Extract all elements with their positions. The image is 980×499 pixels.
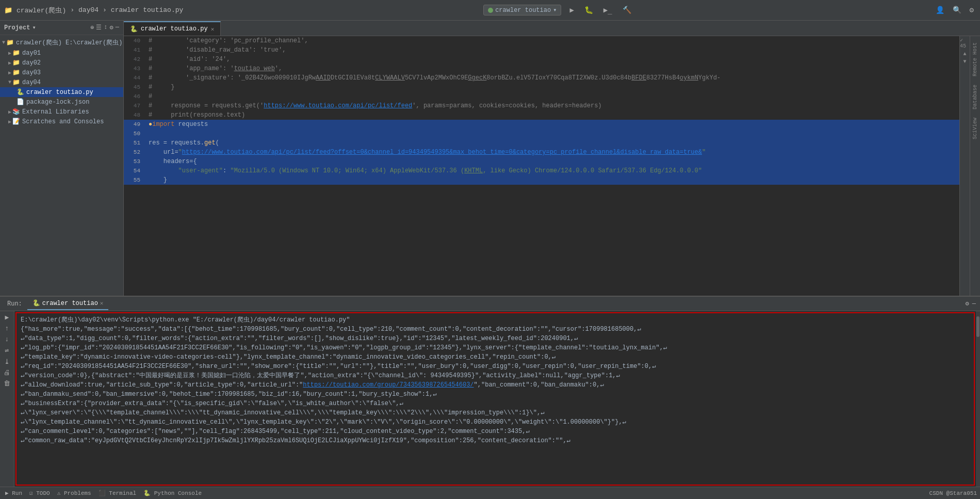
debug-button[interactable]: 🐛 xyxy=(582,5,595,15)
run-tab-crawler[interactable]: 🐍 crawler toutiao ✕ xyxy=(27,297,109,310)
tree-day04-label: day04 xyxy=(22,79,41,86)
tree-arrow-day03: ▶ xyxy=(8,70,11,76)
run-button[interactable]: ▶ xyxy=(567,5,576,15)
scroll-down-button[interactable]: ↓ xyxy=(5,335,9,343)
code-line-47: 47 # response = requests.get('https://ww… xyxy=(124,101,959,110)
editor-area: 🐍 crawler toutiao.py ✕ 40 # 'category': … xyxy=(124,21,980,296)
clear-output[interactable]: 🗑 xyxy=(4,380,10,388)
run-config-selector[interactable]: crawler toutiao ▾ xyxy=(483,5,561,15)
add-icon[interactable]: ⊕ xyxy=(90,24,94,31)
list-icon[interactable]: ☰ xyxy=(96,24,102,31)
run-output-line-7: ↵"allow_download":true,"article_sub_type… xyxy=(21,380,970,390)
build-button[interactable]: 🔨 xyxy=(620,5,633,15)
close-panel-icon[interactable]: — xyxy=(116,24,119,31)
tree-package-lock[interactable]: 📄 package-lock.json xyxy=(0,97,123,107)
code-line-54: 54 "user-agent": "Mozilla/5.0 (Windows N… xyxy=(124,166,959,175)
code-editor[interactable]: 40 # 'category': 'pc_profile_channel', 4… xyxy=(124,36,959,296)
tree-scratches[interactable]: ▶ 📝 Scratches and Consoles xyxy=(0,117,123,126)
vcs-button[interactable]: 👤 xyxy=(934,5,946,15)
run-output-line-10: ↵\"lynx_server\":\"{\\\"template_channel… xyxy=(21,408,970,417)
csdn-watermark: CSDN @Stara051 xyxy=(929,490,977,496)
tree-external-libs-label: External Libraries xyxy=(22,108,89,116)
code-line-49: 49 ●import requests xyxy=(124,120,959,129)
run-output[interactable]: E:\crawler(爬虫)\day02\venv\Scripts\python… xyxy=(15,312,975,486)
run-output-line-4: ↵"template_key":"dynamic-innovative-vide… xyxy=(21,352,970,362)
problems-toolbar-item[interactable]: ⚠ Problems xyxy=(55,489,93,497)
run-panel-settings[interactable]: ⚙ xyxy=(966,300,969,308)
todo-toolbar-item[interactable]: ☑ TODO xyxy=(27,489,52,497)
code-line-43: 43 # 'app_name': 'toutiao_web', xyxy=(124,64,959,73)
tree-crawler-toutiao[interactable]: 🐍 crawler toutiao.py xyxy=(0,87,123,97)
run-output-line-9: ↵"businessExtra":{"provider_extra_data":… xyxy=(21,399,970,408)
sciview-tab[interactable]: SciView xyxy=(971,116,979,141)
status-bar: ▶ Run ☑ TODO ⚠ Problems ⬛ Terminal 🐍 Pyt… xyxy=(0,487,980,499)
code-line-46: 46 # xyxy=(124,92,959,101)
tree-arrow-day02: ▶ xyxy=(8,60,11,66)
print-output[interactable]: 🖨 xyxy=(4,369,10,377)
run-output-line-11: ↵\"lynx_template_channel\":\"tt_dynamic_… xyxy=(21,417,970,427)
run-output-scrollbar[interactable] xyxy=(976,311,980,487)
run-output-cmd: E:\crawler(爬虫)\day02\venv\Scripts\python… xyxy=(21,315,970,325)
run-config-label: crawler toutiao xyxy=(495,7,551,14)
tree-arrow-root: ▼ xyxy=(2,40,5,45)
tree-root[interactable]: ▼ 📁 crawler(爬虫) E:\crawler(爬虫) xyxy=(0,37,123,48)
code-line-42: 42 # 'aid': '24', xyxy=(124,55,959,64)
tree-crawler-toutiao-label: crawler toutiao.py xyxy=(26,89,93,96)
terminal-toolbar-item[interactable]: ⬛ Terminal xyxy=(96,489,138,497)
code-line-55: 55 } xyxy=(124,175,959,185)
run-output-line-1: {"has_more":true,"message":"success","da… xyxy=(21,325,970,334)
scrollbar-thumb[interactable] xyxy=(976,316,979,337)
run-panel-close[interactable]: — xyxy=(972,300,976,308)
folder-icon: 📁 xyxy=(6,39,14,46)
run-toolbar-item[interactable]: ▶ Run xyxy=(3,489,24,497)
folder-icon-day04: 📁 xyxy=(12,78,20,86)
tree-day01[interactable]: ▶ 📁 day01 xyxy=(0,48,123,58)
settings-button[interactable]: ⚙ xyxy=(968,5,976,15)
run-label-text: Run: xyxy=(7,300,22,308)
scroll-up-button[interactable]: ↑ xyxy=(5,325,9,332)
project-path: crawler(爬虫) xyxy=(17,6,66,15)
run-output-line-3: ↵"log_pb":{"impr_id":"202403091854451AA5… xyxy=(21,343,970,352)
run-tab-close[interactable]: ✕ xyxy=(100,300,104,307)
code-line-51: 51 res = requests.get( xyxy=(124,138,959,148)
main-layout: Project ▾ ⊕ ☰ ↕ ⚙ — ▼ 📁 crawler(爬虫) E:\c… xyxy=(0,21,980,296)
tree-external-libs[interactable]: ▶ 📚 External Libraries xyxy=(0,107,123,117)
tree-day04[interactable]: ▼ 📁 day04 xyxy=(0,77,123,87)
run-coverage-button[interactable]: ▶̲ xyxy=(601,5,614,15)
tree-arrow-day01: ▶ xyxy=(8,50,11,56)
tree-day03[interactable]: ▶ 📁 day03 xyxy=(0,68,123,77)
code-line-40: 40 # 'category': 'pc_profile_channel', xyxy=(124,36,959,45)
gutter-down[interactable]: ▼ xyxy=(963,58,966,66)
tab-crawler-toutiao[interactable]: 🐍 crawler toutiao.py ✕ xyxy=(124,21,221,36)
tree-arrow-ext-libs: ▶ xyxy=(8,109,11,115)
toggle-soft-wrap[interactable]: ⇌ xyxy=(5,346,9,355)
gutter-up[interactable]: ▲ xyxy=(963,50,966,58)
code-line-41: 41 # 'disable_raw_data': 'true', xyxy=(124,45,959,55)
database-tab[interactable]: Database xyxy=(971,83,979,111)
tab-bar: 🐍 crawler toutiao.py ✕ xyxy=(124,21,980,36)
sidebar-actions: ⊕ ☰ ↕ ⚙ — xyxy=(90,24,119,31)
python-console-toolbar-item[interactable]: 🐍 Python Console xyxy=(141,489,204,497)
remote-host-tab[interactable]: Remote Host xyxy=(971,40,979,78)
tab-py-icon: 🐍 xyxy=(130,25,138,33)
tab-close-button[interactable]: ✕ xyxy=(211,26,215,33)
run-output-line-13: ↵"common_raw_data":"eyJpdGVtQ2VtbCI6eyJh… xyxy=(21,436,970,445)
sort-icon[interactable]: ↕ xyxy=(104,24,107,31)
scratches-icon: 📝 xyxy=(12,118,20,125)
run-status-dot xyxy=(488,8,493,13)
tree-package-lock-label: package-lock.json xyxy=(26,99,89,106)
code-line-48: 48 # print(response.text) xyxy=(124,110,959,120)
project-header-label: Project xyxy=(4,24,30,31)
dropdown-arrow: ▾ xyxy=(553,6,557,14)
search-button[interactable]: 🔍 xyxy=(951,5,963,15)
run-label: Run: xyxy=(2,298,27,310)
code-line-45: 45 # } xyxy=(124,83,959,92)
settings-icon[interactable]: ⚙ xyxy=(110,24,113,31)
rerun-button[interactable]: ▶ xyxy=(5,313,9,321)
folder-icon-day03: 📁 xyxy=(12,69,20,76)
sidebar-header: Project ▾ ⊕ ☰ ↕ ⚙ — xyxy=(0,21,123,35)
toggle-autoscroll[interactable]: ⤓ xyxy=(4,358,10,366)
tree-day02[interactable]: ▶ 📁 day02 xyxy=(0,58,123,68)
tree-day02-label: day02 xyxy=(22,59,41,67)
far-right-panel: Remote Host Database SciView xyxy=(970,36,980,296)
